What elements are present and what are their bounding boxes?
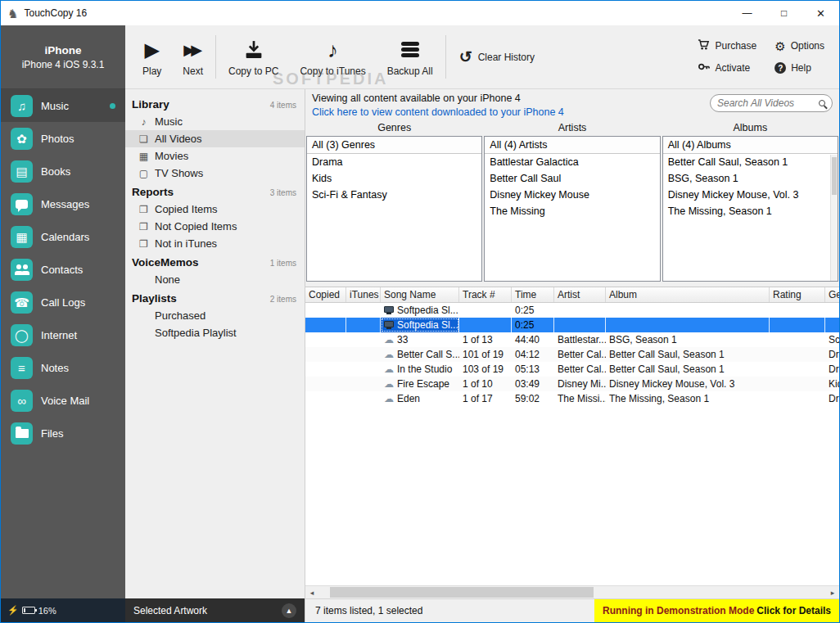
- minimize-icon: —: [743, 7, 752, 19]
- copy-to-pc-button[interactable]: Copy to PC: [218, 25, 289, 88]
- scroll-right-icon[interactable]: ▸: [826, 586, 839, 598]
- cell-rating: [770, 377, 825, 391]
- search-box[interactable]: [710, 94, 833, 112]
- horizontal-scrollbar[interactable]: ◂ ▸: [305, 585, 839, 598]
- all-artists-row[interactable]: All (4) Artists: [485, 137, 659, 154]
- sidebar-item-photos[interactable]: ✿ Photos: [1, 122, 125, 155]
- sidebar-item-notes[interactable]: ≡ Notes: [1, 351, 125, 384]
- library-item-purchased[interactable]: Purchased: [125, 307, 305, 324]
- sidebar-item-contacts[interactable]: Contacts: [1, 253, 125, 286]
- genre-item[interactable]: Sci-Fi & Fantasy: [307, 187, 481, 203]
- library-item-not-in-itunes[interactable]: ❐ Not in iTunes: [125, 235, 305, 252]
- play-button[interactable]: ▶ Play: [132, 25, 172, 88]
- column-genre[interactable]: Ge: [825, 287, 839, 302]
- table-row-selected[interactable]: Softpedia Sl... 0:25: [305, 318, 839, 332]
- all-genres-row[interactable]: All (3) Genres: [307, 137, 481, 154]
- cell-copied: [305, 377, 346, 391]
- scroll-left-icon[interactable]: ◂: [305, 586, 318, 598]
- backup-all-button[interactable]: Backup All: [377, 25, 444, 88]
- sidebar-item-call-logs[interactable]: ☎ Call Logs: [1, 286, 125, 318]
- table-row[interactable]: Softpedia Sl... 0:25: [305, 303, 839, 318]
- column-artist[interactable]: Artist: [554, 287, 606, 302]
- genres-pane: All (3) Genres Drama Kids Sci-Fi & Fanta…: [306, 136, 482, 282]
- sidebar-item-files[interactable]: Files: [1, 417, 125, 449]
- column-rating[interactable]: Rating: [770, 287, 825, 302]
- cell-artist: Better Cal...: [554, 347, 606, 362]
- options-button[interactable]: ⚙ Options: [775, 38, 824, 53]
- demo-mode-banner[interactable]: Running in Demonstration Mode Click for …: [594, 599, 839, 622]
- voicememos-section-header: VoiceMemos 1 items: [125, 252, 305, 271]
- album-item[interactable]: Better Call Saul, Season 1: [663, 154, 838, 170]
- library-item-not-copied-items[interactable]: ❐ Not Copied Items: [125, 218, 305, 235]
- library-item-tv-shows[interactable]: ▢ TV Shows: [125, 165, 305, 182]
- clear-history-button[interactable]: ↺ Clear History: [448, 25, 546, 88]
- demo-mode-text: Running in Demonstration Mode: [603, 605, 754, 616]
- cell-itunes: [346, 391, 381, 406]
- help-button[interactable]: ? Help: [775, 61, 824, 75]
- artist-item[interactable]: The Missing: [485, 203, 659, 219]
- albums-vertical-scrollbar[interactable]: [830, 155, 838, 281]
- cell-song: ☁ In the Studio: [381, 362, 459, 377]
- report-icon: ❐: [138, 222, 149, 232]
- cloud-icon: ☁: [384, 394, 394, 404]
- column-track[interactable]: Track #: [459, 287, 512, 302]
- sidebar-item-books[interactable]: ▤ Books: [1, 155, 125, 187]
- call-logs-icon: ☎: [11, 291, 33, 314]
- scrollbar-thumb[interactable]: [832, 157, 837, 195]
- sidebar-item-label: Music: [41, 100, 69, 112]
- minimize-button[interactable]: —: [729, 1, 765, 25]
- activate-button[interactable]: Activate: [698, 61, 756, 75]
- sidebar-item-internet[interactable]: ◯ Internet: [1, 318, 125, 351]
- cell-album: [606, 303, 770, 318]
- table-row[interactable]: ☁ In the Studio 103 of 19 05:13 Better C…: [305, 362, 839, 377]
- album-item[interactable]: Disney Mickey Mouse, Vol. 3: [663, 187, 838, 203]
- cell-rating: [770, 347, 825, 362]
- copy-to-itunes-button[interactable]: ♪ Copy to iTunes: [289, 25, 376, 88]
- demo-details-link[interactable]: Click for Details: [756, 605, 831, 616]
- sidebar-item-messages[interactable]: Messages: [1, 187, 125, 220]
- maximize-button[interactable]: □: [765, 1, 802, 25]
- sidebar-item-music[interactable]: ♫ Music: [1, 89, 125, 122]
- column-album[interactable]: Album: [606, 287, 770, 302]
- cell-genre: Dra: [825, 391, 839, 406]
- library-item-copied-items[interactable]: ❐ Copied Items: [125, 201, 305, 218]
- scrollbar-track[interactable]: [318, 586, 826, 598]
- computer-icon: [384, 321, 394, 327]
- next-button[interactable]: ▶▶ Next: [172, 25, 214, 88]
- artist-item[interactable]: Disney Mickey Mouse: [485, 187, 659, 203]
- backup-all-icon: [401, 38, 419, 62]
- all-albums-row[interactable]: All (4) Albums: [663, 137, 838, 154]
- album-item[interactable]: BSG, Season 1: [663, 170, 838, 187]
- genre-item[interactable]: Drama: [307, 154, 481, 170]
- genre-item[interactable]: Kids: [307, 170, 481, 187]
- library-item-softpedia-playlist[interactable]: Softpedia Playlist: [125, 324, 305, 341]
- report-icon: ❐: [138, 239, 149, 249]
- column-song-name[interactable]: Song Name: [381, 287, 459, 302]
- library-item-none[interactable]: None: [125, 271, 305, 288]
- browser-column-headers: Genres Artists Albums: [305, 120, 839, 136]
- table-row[interactable]: ☁ Better Call S... 101 of 19 04:12 Bette…: [305, 347, 839, 362]
- artist-item[interactable]: Better Call Saul: [485, 170, 659, 187]
- purchase-button[interactable]: Purchase: [698, 38, 756, 53]
- library-item-all-videos[interactable]: ❏ All Videos: [125, 130, 305, 147]
- album-item[interactable]: The Missing, Season 1: [663, 203, 838, 219]
- artists-header: Artists: [483, 120, 661, 136]
- column-time[interactable]: Time: [512, 287, 554, 302]
- table-row[interactable]: ☁ Fire Escape 1 of 10 03:49 Disney Mi...…: [305, 377, 839, 391]
- library-item-movies[interactable]: ▦ Movies: [125, 147, 305, 165]
- artist-item[interactable]: Battlestar Galactica: [485, 154, 659, 170]
- column-itunes[interactable]: iTunes: [346, 287, 381, 302]
- close-button[interactable]: ✕: [802, 1, 839, 25]
- app-window: ♞ TouchCopy 16 — □ ✕ iPhone iPhone 4 iOS…: [0, 0, 840, 623]
- downloaded-content-link[interactable]: Click here to view content downloaded to…: [312, 106, 564, 119]
- cell-time: 03:49: [512, 377, 554, 391]
- table-row[interactable]: ☁ 33 1 of 13 44:40 Battlestar... BSG, Se…: [305, 332, 839, 347]
- search-input[interactable]: [717, 97, 815, 109]
- table-row[interactable]: ☁ Eden 1 of 17 59:02 The Missi... The Mi…: [305, 391, 839, 406]
- library-item-music[interactable]: ♪ Music: [125, 113, 305, 130]
- scrollbar-thumb[interactable]: [330, 587, 594, 598]
- artwork-expand-button[interactable]: ▲: [282, 603, 296, 618]
- sidebar-item-voice-mail[interactable]: ∞ Voice Mail: [1, 384, 125, 417]
- column-copied[interactable]: Copied: [305, 287, 346, 302]
- sidebar-item-calendars[interactable]: ▦ Calendars: [1, 220, 125, 253]
